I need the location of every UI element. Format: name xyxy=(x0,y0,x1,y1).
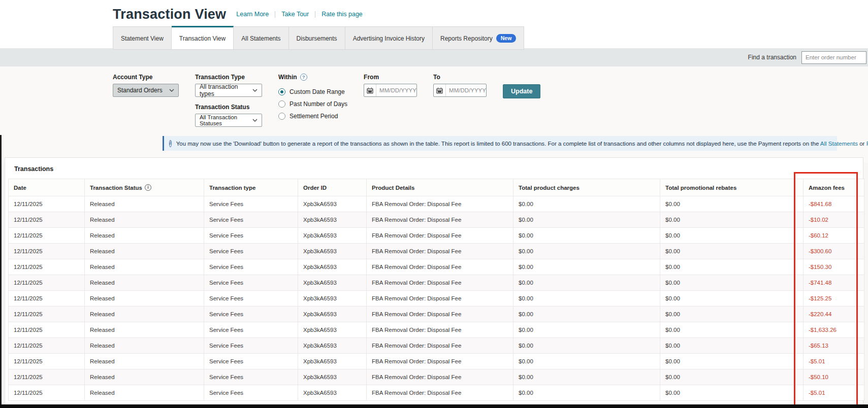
cell-date: 12/11/2025 xyxy=(9,322,85,338)
account-type-select[interactable]: Standard Orders xyxy=(113,84,179,97)
cell-charges: $0.00 xyxy=(513,338,660,354)
cell-product: FBA Removal Order: Disposal Fee xyxy=(367,275,513,291)
cell-type: Service Fees xyxy=(204,385,298,401)
all-statements-link[interactable]: All Statements xyxy=(820,141,858,147)
to-date-group: To MM/DD/YYYY xyxy=(433,74,487,97)
info-icon[interactable]: i xyxy=(145,184,151,191)
info-banner: i You may now use the 'Download' button … xyxy=(163,136,837,151)
within-radio-group: Custom Date Range Past Number of Days Se… xyxy=(278,88,347,120)
reports-repository-link[interactable]: Reports Repository xyxy=(866,141,868,147)
cell-type: Service Fees xyxy=(204,307,298,322)
from-date-input[interactable]: MM/DD/YYYY xyxy=(364,84,417,97)
radio-label: Past Number of Days xyxy=(290,100,347,108)
cell-status: Released xyxy=(85,385,204,401)
cell-rebates: $0.00 xyxy=(660,338,803,354)
cell-rebates: $0.00 xyxy=(660,196,803,212)
chevron-down-icon xyxy=(252,89,258,92)
cell-type: Service Fees xyxy=(204,196,298,212)
cell-order-id: Xpb3kA6593 xyxy=(298,291,367,307)
update-button[interactable]: Update xyxy=(503,84,540,98)
cell-status: Released xyxy=(85,196,204,212)
tab-all-statements[interactable]: All Statements xyxy=(234,27,288,49)
table-header-row: Date Transaction Status i Transaction ty… xyxy=(9,179,864,196)
table-row: 12/11/2025 Released Service Fees Xpb3kA6… xyxy=(9,369,864,385)
transaction-status-select[interactable]: All Transaction Statuses xyxy=(195,114,262,127)
column-header-total-promotional-rebates: Total promotional rebates xyxy=(660,179,803,196)
cell-order-id: Xpb3kA6593 xyxy=(298,259,367,275)
title-links: Learn More Take Tour Rate this page xyxy=(236,11,363,18)
from-date-placeholder: MM/DD/YYYY xyxy=(376,87,416,93)
to-date-placeholder: MM/DD/YYYY xyxy=(446,87,486,93)
cell-status: Released xyxy=(85,307,204,322)
cell-status: Released xyxy=(85,338,204,354)
cell-order-id: Xpb3kA6593 xyxy=(298,275,367,291)
window-bottom-edge xyxy=(0,404,868,408)
table-row: 12/11/2025 Released Service Fees Xpb3kA6… xyxy=(9,244,864,259)
cell-date: 12/11/2025 xyxy=(9,385,85,401)
table-row: 12/11/2025 Released Service Fees Xpb3kA6… xyxy=(9,196,864,212)
tab-disbursements[interactable]: Disbursements xyxy=(289,27,345,49)
from-date-group: From MM/DD/YYYY xyxy=(364,74,417,97)
banner-text-part2: or xyxy=(858,141,866,147)
cell-order-id: Xpb3kA6593 xyxy=(298,244,367,259)
cell-date: 12/11/2025 xyxy=(9,196,85,212)
table-row: 12/11/2025 Released Service Fees Xpb3kA6… xyxy=(9,322,864,338)
transaction-type-group: Transaction Type All transaction types T… xyxy=(195,74,262,127)
order-number-input[interactable] xyxy=(801,51,866,64)
cell-amazon-fees: -$10.02 xyxy=(803,212,864,228)
divider xyxy=(275,11,275,18)
cell-order-id: Xpb3kA6593 xyxy=(298,338,367,354)
radio-settlement-period[interactable]: Settlement Period xyxy=(278,113,347,120)
tab-reports-repository[interactable]: Reports Repository New xyxy=(433,27,524,49)
find-transaction-label: Find a transaction xyxy=(748,54,796,61)
cell-rebates: $0.00 xyxy=(660,322,803,338)
cell-amazon-fees: -$5.01 xyxy=(803,385,864,401)
transaction-type-select[interactable]: All transaction types xyxy=(195,84,262,97)
cell-charges: $0.00 xyxy=(513,196,660,212)
divider xyxy=(315,11,315,18)
within-label: Within xyxy=(278,74,297,81)
new-badge: New xyxy=(496,34,517,43)
account-type-label: Account Type xyxy=(113,74,179,81)
calendar-icon[interactable] xyxy=(364,84,376,96)
banner-text: You may now use the 'Download' button to… xyxy=(176,141,868,147)
cell-date: 12/11/2025 xyxy=(9,307,85,322)
title-row: Transaction View Learn More Take Tour Ra… xyxy=(113,4,868,24)
filters-section: Account Type Standard Orders Transaction… xyxy=(0,66,868,163)
cell-status: Released xyxy=(85,322,204,338)
cell-rebates: $0.00 xyxy=(660,385,803,401)
tab-label: Reports Repository xyxy=(440,35,493,42)
cell-charges: $0.00 xyxy=(513,228,660,244)
cell-product: FBA Removal Order: Disposal Fee xyxy=(367,354,513,369)
tab-statement-view[interactable]: Statement View xyxy=(113,27,172,49)
radio-custom-date-range[interactable]: Custom Date Range xyxy=(278,88,347,95)
cell-date: 12/11/2025 xyxy=(9,212,85,228)
table-row: 12/11/2025 Released Service Fees Xpb3kA6… xyxy=(9,275,864,291)
transaction-type-label: Transaction Type xyxy=(195,74,262,81)
cell-rebates: $0.00 xyxy=(660,259,803,275)
cell-amazon-fees: -$741.48 xyxy=(803,275,864,291)
rate-this-page-link[interactable]: Rate this page xyxy=(322,11,363,18)
take-tour-link[interactable]: Take Tour xyxy=(281,11,309,18)
cell-date: 12/11/2025 xyxy=(9,244,85,259)
cell-charges: $0.00 xyxy=(513,369,660,385)
cell-charges: $0.00 xyxy=(513,212,660,228)
learn-more-link[interactable]: Learn More xyxy=(236,11,269,18)
cell-type: Service Fees xyxy=(204,275,298,291)
column-header-label: Transaction Status xyxy=(90,185,142,191)
transactions-tbody: 12/11/2025 Released Service Fees Xpb3kA6… xyxy=(9,196,864,401)
help-icon[interactable]: ? xyxy=(300,74,307,81)
cell-amazon-fees: -$5.01 xyxy=(803,354,864,369)
calendar-icon[interactable] xyxy=(434,84,446,96)
to-date-input[interactable]: MM/DD/YYYY xyxy=(433,84,487,97)
radio-label: Settlement Period xyxy=(290,113,338,120)
cell-status: Released xyxy=(85,244,204,259)
cell-rebates: $0.00 xyxy=(660,307,803,322)
cell-type: Service Fees xyxy=(204,291,298,307)
cell-status: Released xyxy=(85,228,204,244)
tab-advertising-invoice-history[interactable]: Advertising Invoice History xyxy=(345,27,433,49)
info-icon: i xyxy=(169,140,172,147)
tab-transaction-view[interactable]: Transaction View xyxy=(172,26,234,49)
radio-past-number-of-days[interactable]: Past Number of Days xyxy=(278,100,347,108)
cell-charges: $0.00 xyxy=(513,291,660,307)
